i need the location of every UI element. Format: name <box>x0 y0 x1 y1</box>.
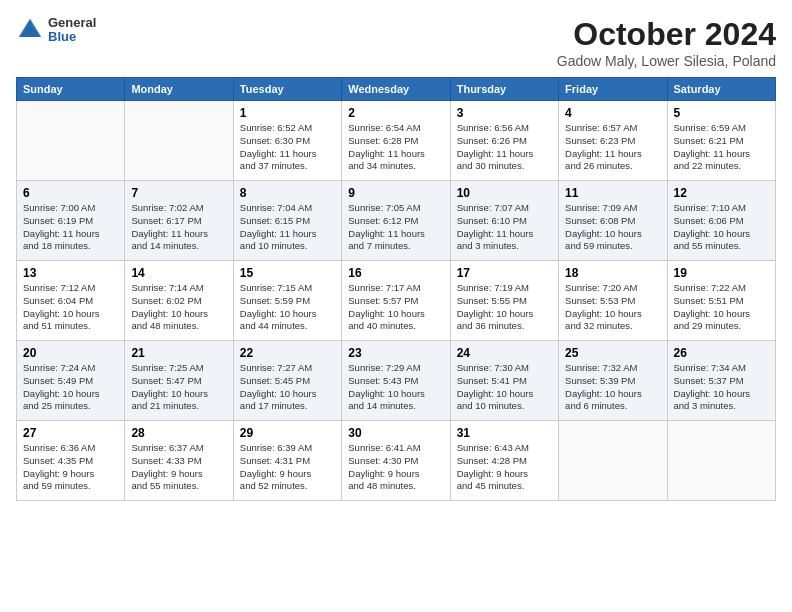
week-row-2: 6Sunrise: 7:00 AM Sunset: 6:19 PM Daylig… <box>17 181 776 261</box>
calendar-cell: 6Sunrise: 7:00 AM Sunset: 6:19 PM Daylig… <box>17 181 125 261</box>
day-info: Sunrise: 6:37 AM Sunset: 4:33 PM Dayligh… <box>131 442 226 493</box>
day-info: Sunrise: 6:36 AM Sunset: 4:35 PM Dayligh… <box>23 442 118 493</box>
day-number: 7 <box>131 186 226 200</box>
day-info: Sunrise: 7:12 AM Sunset: 6:04 PM Dayligh… <box>23 282 118 333</box>
day-info: Sunrise: 7:10 AM Sunset: 6:06 PM Dayligh… <box>674 202 769 253</box>
day-number: 28 <box>131 426 226 440</box>
day-info: Sunrise: 7:09 AM Sunset: 6:08 PM Dayligh… <box>565 202 660 253</box>
day-number: 9 <box>348 186 443 200</box>
calendar-cell: 7Sunrise: 7:02 AM Sunset: 6:17 PM Daylig… <box>125 181 233 261</box>
calendar-cell: 18Sunrise: 7:20 AM Sunset: 5:53 PM Dayli… <box>559 261 667 341</box>
calendar-cell: 16Sunrise: 7:17 AM Sunset: 5:57 PM Dayli… <box>342 261 450 341</box>
calendar-cell: 24Sunrise: 7:30 AM Sunset: 5:41 PM Dayli… <box>450 341 558 421</box>
calendar-cell: 2Sunrise: 6:54 AM Sunset: 6:28 PM Daylig… <box>342 101 450 181</box>
day-number: 13 <box>23 266 118 280</box>
logo-line1: General <box>48 16 96 30</box>
calendar-cell: 26Sunrise: 7:34 AM Sunset: 5:37 PM Dayli… <box>667 341 775 421</box>
location: Gadow Maly, Lower Silesia, Poland <box>557 53 776 69</box>
day-number: 26 <box>674 346 769 360</box>
day-info: Sunrise: 7:17 AM Sunset: 5:57 PM Dayligh… <box>348 282 443 333</box>
day-info: Sunrise: 6:57 AM Sunset: 6:23 PM Dayligh… <box>565 122 660 173</box>
day-number: 4 <box>565 106 660 120</box>
calendar-cell: 17Sunrise: 7:19 AM Sunset: 5:55 PM Dayli… <box>450 261 558 341</box>
calendar-cell: 8Sunrise: 7:04 AM Sunset: 6:15 PM Daylig… <box>233 181 341 261</box>
day-number: 20 <box>23 346 118 360</box>
calendar-cell: 23Sunrise: 7:29 AM Sunset: 5:43 PM Dayli… <box>342 341 450 421</box>
day-number: 30 <box>348 426 443 440</box>
day-number: 3 <box>457 106 552 120</box>
day-info: Sunrise: 7:20 AM Sunset: 5:53 PM Dayligh… <box>565 282 660 333</box>
calendar-cell: 20Sunrise: 7:24 AM Sunset: 5:49 PM Dayli… <box>17 341 125 421</box>
day-number: 8 <box>240 186 335 200</box>
calendar-cell: 29Sunrise: 6:39 AM Sunset: 4:31 PM Dayli… <box>233 421 341 501</box>
day-info: Sunrise: 7:04 AM Sunset: 6:15 PM Dayligh… <box>240 202 335 253</box>
day-info: Sunrise: 7:07 AM Sunset: 6:10 PM Dayligh… <box>457 202 552 253</box>
col-header-sunday: Sunday <box>17 78 125 101</box>
calendar-cell: 10Sunrise: 7:07 AM Sunset: 6:10 PM Dayli… <box>450 181 558 261</box>
day-number: 23 <box>348 346 443 360</box>
day-info: Sunrise: 7:32 AM Sunset: 5:39 PM Dayligh… <box>565 362 660 413</box>
calendar-cell: 22Sunrise: 7:27 AM Sunset: 5:45 PM Dayli… <box>233 341 341 421</box>
calendar-cell: 19Sunrise: 7:22 AM Sunset: 5:51 PM Dayli… <box>667 261 775 341</box>
calendar-header-row: SundayMondayTuesdayWednesdayThursdayFrid… <box>17 78 776 101</box>
col-header-thursday: Thursday <box>450 78 558 101</box>
col-header-tuesday: Tuesday <box>233 78 341 101</box>
day-info: Sunrise: 6:59 AM Sunset: 6:21 PM Dayligh… <box>674 122 769 173</box>
col-header-wednesday: Wednesday <box>342 78 450 101</box>
day-number: 6 <box>23 186 118 200</box>
logo-line2: Blue <box>48 30 96 44</box>
calendar-cell: 1Sunrise: 6:52 AM Sunset: 6:30 PM Daylig… <box>233 101 341 181</box>
day-number: 29 <box>240 426 335 440</box>
day-number: 22 <box>240 346 335 360</box>
calendar-cell: 14Sunrise: 7:14 AM Sunset: 6:02 PM Dayli… <box>125 261 233 341</box>
day-info: Sunrise: 6:52 AM Sunset: 6:30 PM Dayligh… <box>240 122 335 173</box>
calendar-table: SundayMondayTuesdayWednesdayThursdayFrid… <box>16 77 776 501</box>
day-info: Sunrise: 6:41 AM Sunset: 4:30 PM Dayligh… <box>348 442 443 493</box>
calendar-cell: 15Sunrise: 7:15 AM Sunset: 5:59 PM Dayli… <box>233 261 341 341</box>
day-number: 21 <box>131 346 226 360</box>
calendar-cell: 13Sunrise: 7:12 AM Sunset: 6:04 PM Dayli… <box>17 261 125 341</box>
header: General Blue October 2024 Gadow Maly, Lo… <box>16 16 776 69</box>
calendar-cell: 11Sunrise: 7:09 AM Sunset: 6:08 PM Dayli… <box>559 181 667 261</box>
calendar-cell: 21Sunrise: 7:25 AM Sunset: 5:47 PM Dayli… <box>125 341 233 421</box>
day-number: 15 <box>240 266 335 280</box>
week-row-1: 1Sunrise: 6:52 AM Sunset: 6:30 PM Daylig… <box>17 101 776 181</box>
calendar-cell <box>559 421 667 501</box>
calendar-cell: 4Sunrise: 6:57 AM Sunset: 6:23 PM Daylig… <box>559 101 667 181</box>
day-info: Sunrise: 7:24 AM Sunset: 5:49 PM Dayligh… <box>23 362 118 413</box>
day-number: 24 <box>457 346 552 360</box>
day-number: 12 <box>674 186 769 200</box>
day-info: Sunrise: 7:00 AM Sunset: 6:19 PM Dayligh… <box>23 202 118 253</box>
day-info: Sunrise: 7:25 AM Sunset: 5:47 PM Dayligh… <box>131 362 226 413</box>
day-number: 19 <box>674 266 769 280</box>
calendar-cell: 31Sunrise: 6:43 AM Sunset: 4:28 PM Dayli… <box>450 421 558 501</box>
calendar-cell <box>17 101 125 181</box>
col-header-friday: Friday <box>559 78 667 101</box>
day-info: Sunrise: 7:29 AM Sunset: 5:43 PM Dayligh… <box>348 362 443 413</box>
calendar-cell: 28Sunrise: 6:37 AM Sunset: 4:33 PM Dayli… <box>125 421 233 501</box>
calendar-cell <box>667 421 775 501</box>
day-info: Sunrise: 6:56 AM Sunset: 6:26 PM Dayligh… <box>457 122 552 173</box>
day-info: Sunrise: 6:54 AM Sunset: 6:28 PM Dayligh… <box>348 122 443 173</box>
day-number: 1 <box>240 106 335 120</box>
week-row-3: 13Sunrise: 7:12 AM Sunset: 6:04 PM Dayli… <box>17 261 776 341</box>
day-info: Sunrise: 7:05 AM Sunset: 6:12 PM Dayligh… <box>348 202 443 253</box>
day-info: Sunrise: 7:14 AM Sunset: 6:02 PM Dayligh… <box>131 282 226 333</box>
day-info: Sunrise: 7:34 AM Sunset: 5:37 PM Dayligh… <box>674 362 769 413</box>
day-number: 10 <box>457 186 552 200</box>
month-title: October 2024 <box>557 16 776 53</box>
calendar-cell: 9Sunrise: 7:05 AM Sunset: 6:12 PM Daylig… <box>342 181 450 261</box>
day-number: 14 <box>131 266 226 280</box>
title-area: October 2024 Gadow Maly, Lower Silesia, … <box>557 16 776 69</box>
calendar-cell: 30Sunrise: 6:41 AM Sunset: 4:30 PM Dayli… <box>342 421 450 501</box>
calendar-cell: 12Sunrise: 7:10 AM Sunset: 6:06 PM Dayli… <box>667 181 775 261</box>
calendar-cell <box>125 101 233 181</box>
calendar-cell: 5Sunrise: 6:59 AM Sunset: 6:21 PM Daylig… <box>667 101 775 181</box>
day-number: 16 <box>348 266 443 280</box>
day-info: Sunrise: 6:43 AM Sunset: 4:28 PM Dayligh… <box>457 442 552 493</box>
week-row-5: 27Sunrise: 6:36 AM Sunset: 4:35 PM Dayli… <box>17 421 776 501</box>
day-number: 17 <box>457 266 552 280</box>
day-number: 18 <box>565 266 660 280</box>
day-info: Sunrise: 7:27 AM Sunset: 5:45 PM Dayligh… <box>240 362 335 413</box>
week-row-4: 20Sunrise: 7:24 AM Sunset: 5:49 PM Dayli… <box>17 341 776 421</box>
